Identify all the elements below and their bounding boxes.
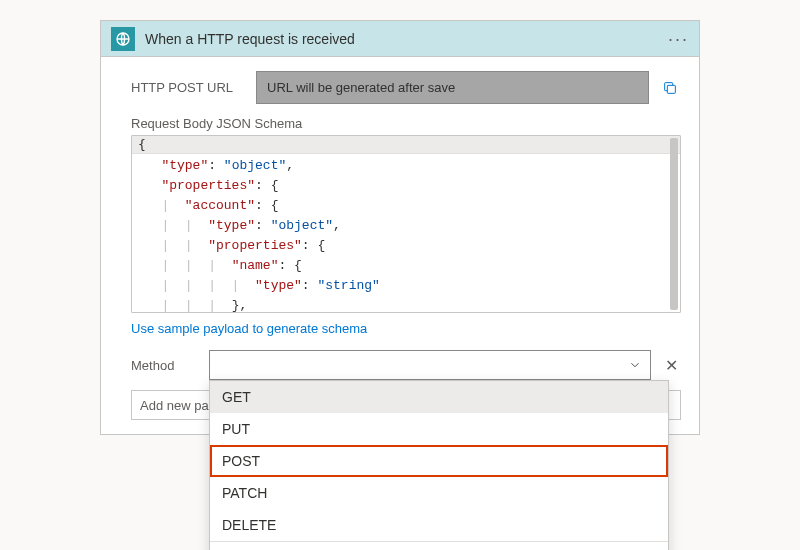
schema-line-1: {: [132, 136, 680, 154]
chevron-down-icon: [628, 358, 642, 372]
method-label: Method: [131, 358, 199, 373]
url-label: HTTP POST URL: [131, 80, 246, 95]
method-select[interactable]: [209, 350, 651, 380]
clear-method-button[interactable]: ✕: [661, 356, 681, 375]
card-title: When a HTTP request is received: [145, 31, 668, 47]
method-dropdown: GET PUT POST PATCH DELETE Enter custom v…: [209, 380, 669, 550]
method-option-post[interactable]: POST: [210, 445, 668, 477]
method-option-put[interactable]: PUT: [210, 413, 668, 445]
trigger-card: When a HTTP request is received ··· HTTP…: [100, 20, 700, 435]
card-menu-button[interactable]: ···: [668, 34, 689, 44]
method-option-get[interactable]: GET: [210, 381, 668, 413]
method-custom-value[interactable]: Enter custom value: [210, 541, 668, 550]
schema-code: "type": "object", "properties": { | "acc…: [132, 154, 680, 313]
http-trigger-icon: [111, 27, 135, 51]
schema-editor[interactable]: { "type": "object", "properties": { | "a…: [131, 135, 681, 313]
svg-rect-1: [667, 85, 675, 93]
method-option-delete[interactable]: DELETE: [210, 509, 668, 541]
copy-url-button[interactable]: [659, 77, 681, 99]
sample-payload-link[interactable]: Use sample payload to generate schema: [131, 321, 367, 336]
schema-label: Request Body JSON Schema: [131, 116, 681, 131]
method-option-patch[interactable]: PATCH: [210, 477, 668, 509]
card-header[interactable]: When a HTTP request is received ···: [101, 21, 699, 57]
url-value: URL will be generated after save: [256, 71, 649, 104]
